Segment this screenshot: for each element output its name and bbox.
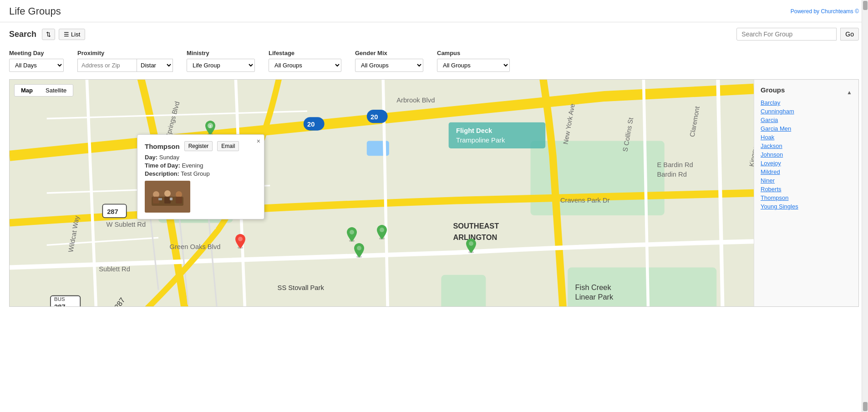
svg-text:Flight Deck: Flight Deck	[456, 127, 492, 134]
svg-text:287: 287	[54, 303, 66, 306]
group-list-item[interactable]: Hoak	[761, 133, 852, 142]
map-pin-7[interactable]	[377, 225, 387, 239]
gender-mix-select[interactable]: All Groups Men Only Women Only Coed	[355, 59, 423, 72]
svg-rect-33	[449, 122, 546, 148]
group-list-item[interactable]: Thompson	[761, 193, 852, 202]
svg-text:20: 20	[371, 113, 378, 121]
svg-text:Linear Park: Linear Park	[575, 293, 614, 301]
list-btn-label: List	[71, 31, 80, 38]
map-background: Park Springs Blvd W Sublett Rd Sublett R…	[10, 80, 754, 306]
proximity-filter: Proximity Distar 5 miles 10 miles 15 mil…	[77, 50, 173, 72]
campus-label: Campus	[437, 50, 510, 56]
page-scrollbar[interactable]	[862, 0, 868, 307]
lifestage-label: Lifestage	[269, 50, 341, 56]
filters: Meeting Day All Days Sunday Monday Tuesd…	[0, 46, 868, 79]
group-list-item[interactable]: Garcia	[761, 116, 852, 124]
campus-filter: Campus All Groups Main Campus North Camp…	[437, 50, 510, 72]
svg-rect-82	[170, 198, 173, 200]
popup-title: Thompson	[145, 142, 180, 150]
search-for-group-input[interactable]	[736, 28, 837, 41]
group-list-item[interactable]: Barclay	[761, 98, 852, 107]
popup-close-button[interactable]: ×	[257, 137, 260, 145]
map-pin-5[interactable]	[235, 234, 245, 249]
search-bar: Search ⇅ ☰ List Go	[0, 22, 868, 46]
svg-text:287: 287	[107, 208, 118, 215]
svg-point-72	[469, 241, 473, 246]
svg-text:E Bardin Rd: E Bardin Rd	[657, 161, 693, 168]
list-icon: ☰	[64, 31, 69, 38]
svg-text:BUS: BUS	[54, 296, 65, 302]
proximity-distance-select[interactable]: Distar 5 miles 10 miles 15 miles 20 mile…	[137, 59, 173, 72]
map-container: Map Satellite	[9, 79, 859, 307]
popup-header: Thompson Register Email	[145, 141, 257, 151]
svg-point-66	[350, 230, 354, 234]
svg-text:Fish Creek: Fish Creek	[575, 283, 612, 291]
map-pin-6[interactable]	[347, 227, 357, 242]
proximity-address-input[interactable]	[77, 59, 137, 72]
sidebar-scroll-up-icon[interactable]: ▲	[847, 89, 852, 96]
map-tab[interactable]: Map	[15, 85, 39, 96]
svg-text:Green Oaks Blvd: Green Oaks Blvd	[170, 243, 221, 250]
map-pin-9[interactable]	[466, 239, 476, 253]
campus-select[interactable]: All Groups Main Campus North Campus Sout…	[437, 59, 510, 72]
svg-rect-80	[176, 197, 182, 203]
popup-description: Description: Test Group	[145, 170, 257, 177]
svg-point-64	[238, 237, 243, 241]
popup-image	[145, 181, 190, 213]
group-photo	[145, 181, 190, 213]
search-toggle-button[interactable]: ⇅	[42, 29, 55, 40]
svg-text:W Sublett Rd: W Sublett Rd	[107, 221, 146, 228]
group-list-item[interactable]: Young Singles	[761, 202, 852, 211]
go-button[interactable]: Go	[840, 28, 859, 41]
gender-mix-filter: Gender Mix All Groups Men Only Women Onl…	[355, 50, 423, 72]
meeting-day-label: Meeting Day	[9, 50, 64, 56]
gender-mix-label: Gender Mix	[355, 50, 423, 56]
svg-point-75	[153, 191, 159, 198]
map-pin-1[interactable]: 2	[205, 121, 215, 135]
meeting-day-filter: Meeting Day All Days Sunday Monday Tuesd…	[9, 50, 64, 72]
group-list-item[interactable]: Jackson	[761, 142, 852, 150]
svg-text:2: 2	[209, 124, 212, 128]
svg-rect-81	[158, 198, 162, 200]
groups-list: BarclayCunninghamGarciaGarcia MenHoakJac…	[761, 98, 852, 211]
popup-day: Day: Sunday	[145, 154, 257, 161]
ministry-label: Ministry	[187, 50, 255, 56]
svg-rect-3	[441, 275, 486, 306]
svg-rect-76	[153, 197, 159, 203]
satellite-tab[interactable]: Satellite	[39, 85, 73, 96]
group-list-item[interactable]: Mildred	[761, 168, 852, 176]
group-list-item[interactable]: Johnson	[761, 150, 852, 159]
ministry-select[interactable]: Life Group Men's Group Women's Group You…	[187, 59, 255, 72]
svg-point-79	[176, 191, 182, 198]
svg-point-70	[357, 246, 361, 250]
map-pin-8[interactable]	[354, 243, 364, 258]
map-type-controls: Map Satellite	[14, 84, 73, 97]
svg-rect-78	[164, 197, 171, 203]
svg-text:SS Stovall Park: SS Stovall Park	[278, 284, 325, 291]
group-list-item[interactable]: Niner	[761, 176, 852, 185]
lifestage-select[interactable]: All Groups Singles Married Young Familie…	[269, 59, 341, 72]
lifestage-filter: Lifestage All Groups Singles Married You…	[269, 50, 341, 72]
group-list-item[interactable]: Garcia Men	[761, 124, 852, 133]
svg-point-77	[164, 190, 171, 197]
scroll-thumb-top	[863, 1, 868, 10]
svg-text:SOUTHEAST: SOUTHEAST	[453, 222, 499, 230]
group-list-item[interactable]: Roberts	[761, 185, 852, 193]
group-list-item[interactable]: Lovejoy	[761, 159, 852, 168]
meeting-day-select[interactable]: All Days Sunday Monday Tuesday Wednesday…	[9, 59, 64, 72]
list-button[interactable]: ☰ List	[59, 29, 85, 40]
popup-register-button[interactable]: Register	[184, 141, 213, 151]
header: Life Groups Powered by Churchteams ©	[0, 0, 868, 22]
page-title: Life Groups	[9, 5, 61, 17]
groups-sidebar: Groups ▲ BarclayCunninghamGarciaGarcia M…	[754, 80, 858, 306]
groups-title: Groups	[761, 86, 785, 94]
group-list-item[interactable]: Cunningham	[761, 107, 852, 116]
proximity-label: Proximity	[77, 50, 173, 56]
ministry-filter: Ministry Life Group Men's Group Women's …	[187, 50, 255, 72]
group-popup: × Thompson Register Email Day: Sunday Ti…	[137, 134, 264, 219]
map-area[interactable]: Map Satellite	[10, 80, 754, 306]
svg-text:20: 20	[307, 121, 315, 128]
popup-email-button[interactable]: Email	[217, 141, 239, 151]
svg-text:Arbrook Blvd: Arbrook Blvd	[396, 97, 435, 104]
svg-text:Sublett Rd: Sublett Rd	[99, 265, 130, 273]
